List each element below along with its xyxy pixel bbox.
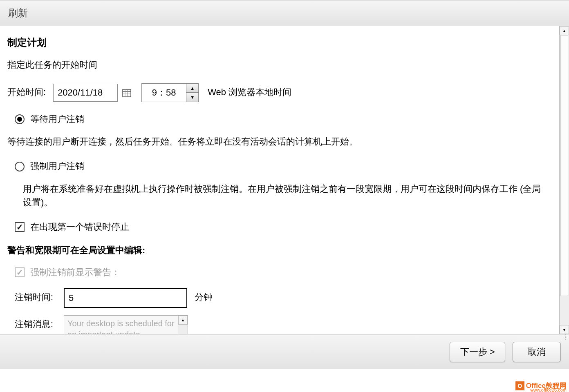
- time-spinner: ▲ ▼: [141, 83, 199, 102]
- radio-force[interactable]: [15, 162, 25, 172]
- cancel-button[interactable]: 取消: [513, 342, 561, 362]
- check-warn-row: 强制注销前显示警告：: [15, 267, 552, 278]
- plan-subtitle: 指定此任务的开始时间: [7, 59, 552, 71]
- textarea-scroll-up-icon[interactable]: ▲: [178, 316, 188, 325]
- timezone-label: Web 浏览器本地时间: [208, 87, 291, 98]
- start-time-row: 开始时间: ▲ ▼ Web 浏览器本地时间: [7, 83, 552, 102]
- time-input[interactable]: [142, 84, 186, 102]
- svg-rect-0: [123, 89, 131, 97]
- time-up-button[interactable]: ▲: [186, 84, 198, 93]
- checkbox-stop-on-error[interactable]: [15, 222, 25, 232]
- footer-bar: 下一步 > 取消: [0, 334, 569, 369]
- section-heading-plan: 制定计划: [7, 36, 552, 49]
- window-title: 刷新: [8, 7, 28, 20]
- logoff-msg-row: 注销消息: ▲ ▼: [15, 315, 552, 334]
- time-down-button[interactable]: ▼: [186, 93, 198, 102]
- logoff-time-input[interactable]: [64, 288, 187, 308]
- content-area: 制定计划 指定此任务的开始时间 开始时间: ▲ ▼ Web 浏览器本地时间 等待…: [0, 26, 559, 334]
- checkbox-stop-label: 在出现第一个错误时停止: [30, 221, 129, 233]
- start-time-label: 开始时间:: [7, 87, 46, 98]
- section-heading-warning: 警告和宽限期可在全局设置中编辑:: [7, 245, 552, 256]
- radio-wait-row[interactable]: 等待用户注销: [15, 114, 552, 125]
- scroll-up-icon[interactable]: ▲: [560, 26, 569, 35]
- logoff-msg-wrap: ▲ ▼: [64, 315, 188, 334]
- check-stop-row[interactable]: 在出现第一个错误时停止: [15, 221, 552, 233]
- checkbox-warn-label: 强制注销前显示警告：: [30, 267, 120, 278]
- wait-description: 等待连接的用户断开连接，然后任务开始。任务将立即在没有活动会话的计算机上开始。: [7, 135, 552, 148]
- date-input[interactable]: [53, 84, 118, 102]
- logoff-time-unit: 分钟: [195, 288, 213, 303]
- titlebar: 刷新: [0, 0, 569, 26]
- radio-force-label: 强制用户注销: [30, 160, 84, 172]
- radio-wait-label: 等待用户注销: [30, 114, 84, 125]
- logoff-msg-label: 注销消息:: [15, 315, 64, 330]
- logoff-msg-textarea: [64, 316, 178, 334]
- logoff-time-row: 注销时间: 分钟: [15, 288, 552, 308]
- radio-force-row[interactable]: 强制用户注销: [15, 160, 552, 172]
- calendar-icon[interactable]: [122, 88, 132, 98]
- watermark-url: www.office26.com: [531, 388, 567, 392]
- scroll-thumb[interactable]: [560, 35, 568, 296]
- force-description: 用户将在系统准备好在虚拟机上执行操作时被强制注销。在用户被强制注销之前有一段宽限…: [23, 182, 544, 209]
- textarea-scrollbar[interactable]: ▲ ▼: [178, 316, 188, 334]
- textarea-scroll-track[interactable]: [178, 325, 188, 334]
- resize-grip-icon[interactable]: ⋮⋮⋮⋮: [564, 335, 569, 343]
- scroll-track[interactable]: [560, 35, 569, 325]
- checkbox-warn-before-logoff: [15, 267, 25, 277]
- vertical-scrollbar[interactable]: ▲ ▼: [559, 26, 569, 334]
- watermark-logo-icon: O: [515, 381, 524, 390]
- logoff-time-label: 注销时间:: [15, 288, 64, 303]
- bottom-strip: O Office教程网 www.office26.com: [0, 369, 569, 392]
- scroll-down-icon[interactable]: ▼: [560, 325, 569, 334]
- next-button[interactable]: 下一步 >: [450, 342, 505, 362]
- radio-wait[interactable]: [15, 114, 25, 124]
